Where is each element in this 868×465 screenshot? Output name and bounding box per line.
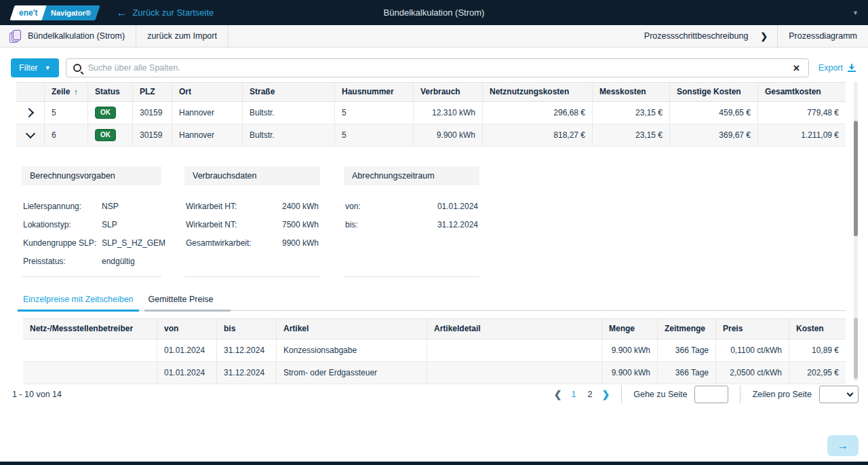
cell-status: OK (88, 102, 133, 124)
page-2-button[interactable]: 2 (586, 390, 595, 399)
cell-von: 01.01.2024 (157, 339, 217, 361)
cell-von: 01.01.2024 (157, 362, 217, 384)
col-artikel[interactable]: Artikel (277, 319, 427, 339)
detail-value: NSP (102, 202, 119, 211)
chevron-right-icon[interactable] (24, 108, 34, 117)
table-row[interactable]: 5 OK 30159 Hannover Bultstr. 5 12.310 kW… (16, 102, 846, 124)
collapse-row-cell[interactable] (16, 124, 45, 146)
col-gesamtkosten[interactable]: Gesamtkosten (758, 83, 846, 101)
cell-bis: 31.12.2024 (217, 362, 277, 384)
cell-status: OK (88, 124, 133, 146)
col-kosten[interactable]: Kosten (789, 319, 846, 339)
rows-per-page-select[interactable] (819, 386, 859, 403)
process-bar-right: Prozessschrittbeschreibung ❯ Prozessdiag… (633, 25, 868, 47)
chevron-down-icon[interactable] (25, 129, 35, 138)
search-clear-icon[interactable]: ✕ (791, 63, 802, 73)
cell-sonstige-kosten: 459,65 € (670, 102, 758, 124)
detail-label: Gesamtwirkarbeit: (186, 238, 252, 248)
process-diagram-button[interactable]: Prozessdiagramm (778, 25, 868, 47)
col-strasse[interactable]: Straße (243, 83, 335, 101)
process-step-description-button[interactable]: Prozessschrittbeschreibung (633, 25, 760, 47)
col-plz[interactable]: PLZ (133, 83, 172, 101)
price-row: 01.01.2024 31.12.2024 Konzessionsabgabe … (23, 339, 846, 362)
cell-netznutzungskosten: 818,27 € (483, 124, 593, 146)
back-to-home-label: Zurück zur Startseite (132, 7, 214, 18)
detail-value: 9900 kWh (282, 238, 319, 248)
next-step-button[interactable]: → (827, 435, 859, 456)
vertical-scrollbar-thumb[interactable] (854, 121, 858, 236)
detail-tabs: Einzelpreise mit Zeitscheiben Gemittelte… (22, 295, 846, 311)
detail-value: 01.01.2024 (437, 202, 478, 211)
cell-zeile: 6 (45, 124, 88, 146)
sort-ascending-icon: ↑ (74, 88, 78, 96)
tab-einzelpreise-mit-zeitscheiben[interactable]: Einzelpreise mit Zeitscheiben (22, 295, 138, 310)
search-input[interactable] (88, 63, 791, 73)
next-page-icon[interactable]: ❯ (601, 389, 610, 400)
calculation-table: Zeile↑ Status PLZ Ort Straße Hausnummer … (16, 82, 846, 147)
detail-value: endgültig (102, 257, 135, 266)
detail-label: Kundengruppe SLP: (23, 238, 102, 248)
cell-artikeldetail (427, 339, 602, 361)
panel-berechnungsvorgaben: Berechnungsvorgaben Lieferspannung:NSP L… (22, 166, 161, 277)
col-zeile-label: Zeile (52, 87, 70, 96)
col-menge[interactable]: Menge (602, 319, 658, 339)
export-label: Export (818, 63, 843, 73)
col-verbrauch[interactable]: Verbrauch (414, 83, 483, 101)
goto-page-label: Gehe zu Seite (633, 390, 687, 399)
chevron-down-icon (847, 390, 854, 397)
cell-plz: 30159 (133, 124, 172, 146)
col-von[interactable]: von (157, 319, 217, 339)
col-zeile[interactable]: Zeile↑ (45, 83, 88, 101)
detail-row: von:01.01.2024 (344, 197, 479, 215)
pagination-bar: 1 - 10 von 14 ❮ 1 2 ❯ Gehe zu Seite Zeil… (12, 384, 859, 405)
topbar-caret-down-icon[interactable]: ▼ (852, 10, 859, 16)
col-ort[interactable]: Ort (172, 83, 243, 101)
tab-gemittelte-preise[interactable]: Gemittelte Preise (147, 295, 218, 310)
cell-zeitmenge: 366 Tage (658, 339, 716, 361)
price-table-scrollbar-thumb[interactable] (854, 318, 858, 379)
col-zeitmenge[interactable]: Zeitmenge (658, 319, 716, 339)
expand-row-cell[interactable] (16, 102, 45, 124)
page-1-button[interactable]: 1 (570, 390, 578, 399)
footer-strip (0, 462, 868, 465)
col-netznutzungskosten[interactable]: Netznutzungskosten (483, 83, 593, 101)
cell-artikel: Strom- oder Erdgassteuer (277, 362, 427, 384)
cell-kosten: 202,95 € (789, 362, 846, 384)
cell-gesamtkosten: 1.211,09 € (758, 124, 846, 146)
cell-menge: 9.900 kWh (602, 339, 658, 361)
col-preis[interactable]: Preis (716, 319, 789, 339)
panel-title: Berechnungsvorgaben (22, 166, 161, 185)
back-to-import-button[interactable]: zurück zum Import (136, 25, 228, 47)
cell-zeile: 5 (45, 102, 88, 124)
detail-label: bis: (345, 220, 358, 229)
previous-page-icon[interactable]: ❮ (554, 389, 562, 400)
back-arrow-icon: ← (116, 7, 127, 18)
chevron-right-icon[interactable]: ❯ (759, 31, 777, 41)
search-box[interactable]: ✕ (66, 58, 809, 77)
table-row-expanded[interactable]: 6 OK 30159 Hannover Bultstr. 5 9.900 kWh… (16, 124, 846, 147)
detail-label: Wirkarbeit HT: (186, 202, 237, 211)
cell-hausnummer: 5 (335, 102, 414, 124)
export-button[interactable]: Export (818, 63, 856, 73)
detail-row: Lokationstyp:SLP (22, 215, 161, 234)
back-to-home-link[interactable]: ← Zurück zur Startseite (116, 7, 214, 18)
col-hausnummer[interactable]: Hausnummer (335, 83, 414, 101)
col-bis[interactable]: bis (217, 319, 277, 339)
cell-preis: 0,1100 ct/kWh (716, 339, 789, 361)
detail-row: bis:31.12.2024 (344, 215, 479, 234)
divider (621, 386, 622, 403)
cell-strasse: Bultstr. (243, 124, 335, 146)
col-betreiber[interactable]: Netz-/Messstellenbetreiber (23, 319, 157, 339)
col-status[interactable]: Status (88, 83, 133, 101)
logo-enet-text: ene't (19, 8, 38, 18)
goto-page-input[interactable] (694, 386, 728, 403)
table-header-row: Zeile↑ Status PLZ Ort Straße Hausnummer … (16, 82, 846, 102)
filter-button[interactable]: Filter ▼ (11, 58, 59, 77)
cell-artikeldetail (427, 362, 602, 384)
enet-navigator-logo: ene't Navigator® (12, 5, 97, 20)
top-app-bar: ene't Navigator® ← Zurück zur Startseite… (0, 0, 868, 25)
col-artikeldetail[interactable]: Artikeldetail (427, 319, 602, 339)
col-messkosten[interactable]: Messkosten (593, 83, 670, 101)
pagination-controls: ❮ 1 2 ❯ Gehe zu Seite Zeilen pro Seite (554, 386, 859, 403)
col-sonstige-kosten[interactable]: Sonstige Kosten (670, 83, 758, 101)
